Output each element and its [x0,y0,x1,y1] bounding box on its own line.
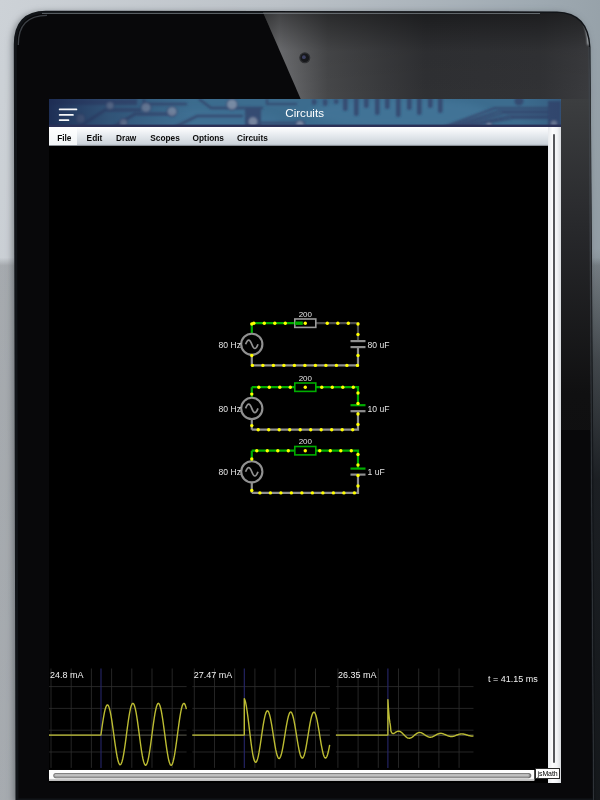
svg-text:200: 200 [298,310,312,319]
svg-text:26.35 mA: 26.35 mA [338,671,376,681]
svg-text:80 Hz: 80 Hz [218,340,240,350]
svg-text:1 uF: 1 uF [367,468,384,478]
svg-text:80 uF: 80 uF [367,340,389,350]
svg-text:200: 200 [298,374,312,383]
svg-text:Circuits: Circuits [285,107,324,119]
svg-text:80 Hz: 80 Hz [218,468,240,478]
svg-text:27.47 mA: 27.47 mA [193,671,231,681]
svg-text:200: 200 [298,438,312,447]
svg-text:t = 41.15 ms: t = 41.15 ms [488,674,538,684]
svg-text:10 uF: 10 uF [367,404,389,414]
svg-text:24.8 mA: 24.8 mA [50,671,83,681]
svg-text:80 Hz: 80 Hz [218,404,240,414]
